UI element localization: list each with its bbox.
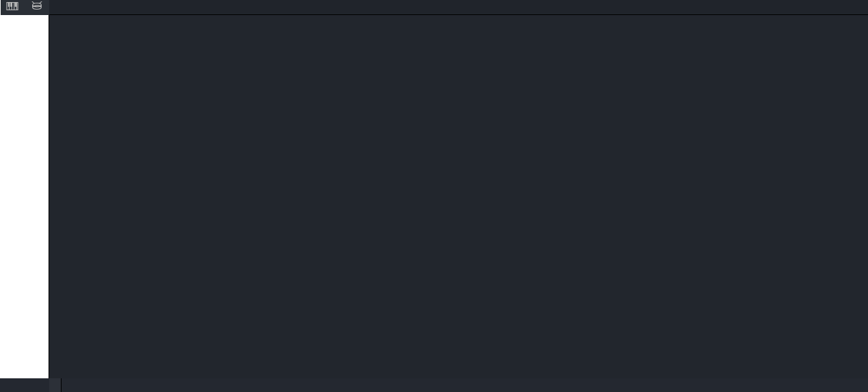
svg-line-12 [32,1,35,3]
svg-line-13 [40,1,42,3]
timeline-ruler[interactable] [49,0,868,15]
note-grid[interactable] [49,15,868,378]
lane-more-button[interactable] [49,378,62,392]
svg-rect-6 [10,3,12,7]
piano-roll-editor: { "tools": { "piano_icon": "piano-icon",… [0,0,868,392]
svg-rect-7 [15,3,17,7]
automation-lane-tabs [49,378,868,392]
view-mode-toggle [0,0,49,15]
svg-rect-5 [8,3,10,7]
piano-keyboard[interactable] [0,15,49,378]
piano-view-icon[interactable] [6,1,18,14]
drum-view-icon[interactable] [31,1,43,14]
lane-gutter [0,378,49,392]
